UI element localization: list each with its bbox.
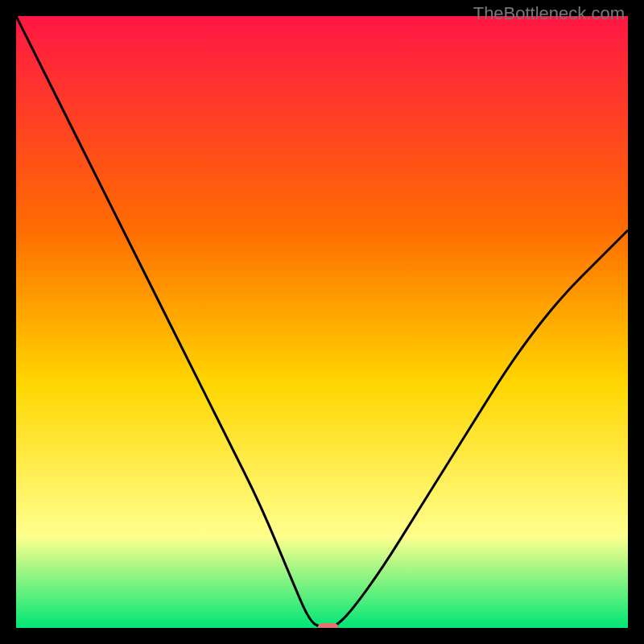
- optimal-marker: [318, 623, 339, 628]
- bottleneck-chart: [16, 16, 628, 628]
- chart-background: [16, 16, 628, 628]
- watermark-text: TheBottleneck.com: [473, 3, 625, 24]
- chart-frame: [16, 16, 628, 628]
